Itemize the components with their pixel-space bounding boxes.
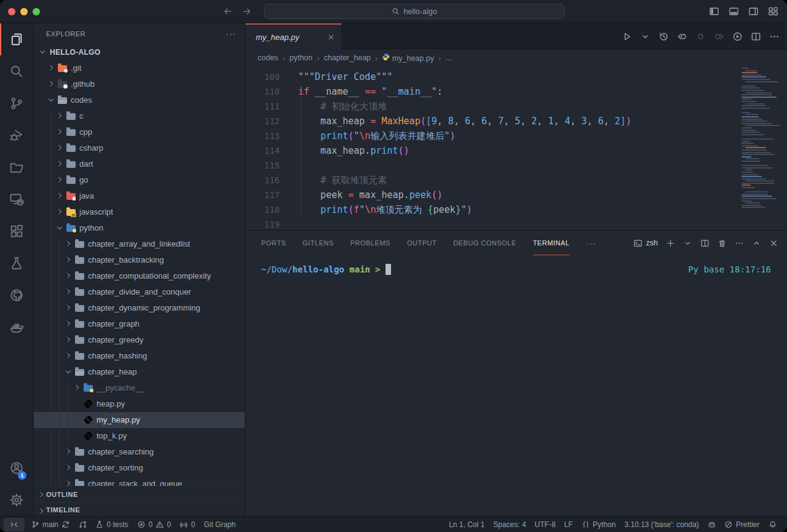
activity-item-search[interactable] xyxy=(0,55,33,87)
tree-item-.github[interactable]: .github xyxy=(34,76,245,92)
more-actions-icon[interactable] xyxy=(769,31,780,42)
activity-item-explorer[interactable] xyxy=(0,23,33,55)
panel-tab-terminal[interactable]: TERMINAL xyxy=(533,231,570,255)
chevron-right-icon[interactable] xyxy=(63,287,73,297)
terminal-more-actions-icon[interactable] xyxy=(735,239,744,248)
tree-root-hello-algo[interactable]: HELLO-ALGO xyxy=(34,44,245,60)
code-line-110[interactable]: 110if __name__ == "__main__": xyxy=(245,84,787,99)
chevron-right-icon[interactable] xyxy=(72,383,82,393)
run-python-file-icon[interactable] xyxy=(622,31,632,42)
statusbar-item-python-interpreter[interactable]: 3.10.13 ('base': conda) xyxy=(620,518,703,531)
code-line-115[interactable]: 115 xyxy=(245,158,787,173)
timeline-section[interactable]: TIMELINE xyxy=(34,502,245,516)
chevron-right-icon[interactable] xyxy=(55,127,65,137)
kill-terminal-icon[interactable] xyxy=(718,239,727,248)
tree-item-python[interactable]: python xyxy=(34,220,245,236)
panel-tabs-more[interactable]: ··· xyxy=(586,239,596,248)
chevron-right-icon[interactable] xyxy=(46,63,56,73)
statusbar-item-git-graph-branch[interactable] xyxy=(74,518,92,531)
run-interactive-icon[interactable] xyxy=(732,31,743,42)
statusbar-item-encoding[interactable]: UTF-8 xyxy=(531,518,560,531)
chevron-right-icon[interactable] xyxy=(63,271,73,281)
forward-arrow-icon[interactable] xyxy=(242,6,252,17)
chevron-right-icon[interactable] xyxy=(63,319,73,329)
tree-item-chapter_heap[interactable]: chapter_heap xyxy=(34,364,245,380)
breadcrumb-item[interactable]: codes xyxy=(258,54,278,62)
breadcrumb-item[interactable]: my_heap.py xyxy=(382,53,434,63)
panel-tab-output[interactable]: OUTPUT xyxy=(407,231,437,255)
toggle-secondary-sidebar-icon[interactable] xyxy=(748,6,759,17)
panel-tab-ports[interactable]: PORTS xyxy=(261,231,286,255)
code-line-116[interactable]: 116 # 获取堆顶元素 xyxy=(245,173,787,188)
open-changes-back-icon[interactable] xyxy=(677,31,687,42)
panel-tab-debug-console[interactable]: DEBUG CONSOLE xyxy=(453,231,516,255)
statusbar-item-git-graph[interactable]: Git Graph xyxy=(199,518,240,531)
code-line-119[interactable]: 119 xyxy=(245,217,787,230)
tree-item-chapter_hashing[interactable]: chapter_hashing xyxy=(34,348,245,364)
activity-item-remote-explorer[interactable] xyxy=(0,183,33,215)
panel-tab-gitlens[interactable]: GITLENS xyxy=(303,231,334,255)
tree-item-dart[interactable]: dart xyxy=(34,156,245,172)
statusbar-item-indentation[interactable]: Spaces: 4 xyxy=(489,518,530,531)
back-arrow-icon[interactable] xyxy=(223,6,233,17)
statusbar-item-git-branch[interactable]: main xyxy=(27,518,74,531)
tree-item-csharp[interactable]: csharp xyxy=(34,140,245,156)
close-panel-icon[interactable] xyxy=(769,239,778,248)
timeline-history-icon[interactable] xyxy=(658,31,669,42)
tree-item-__pycache__[interactable]: __pycache__ xyxy=(34,380,245,396)
launch-profile-icon[interactable] xyxy=(683,239,692,248)
chevron-right-icon[interactable] xyxy=(63,255,73,265)
split-terminal-icon[interactable] xyxy=(700,239,710,248)
tree-item-chapter_sorting[interactable]: chapter_sorting xyxy=(34,460,245,476)
activity-item-file-explorer-extension[interactable] xyxy=(0,151,33,183)
chevron-right-icon[interactable] xyxy=(55,175,65,185)
tree-item-c[interactable]: c xyxy=(34,108,245,124)
tree-item-.git[interactable]: .git xyxy=(34,60,245,76)
minimize-window-button[interactable] xyxy=(20,8,28,15)
chevron-right-icon[interactable] xyxy=(63,351,73,361)
breadcrumb-item[interactable]: python xyxy=(290,54,313,62)
chevron-down-icon[interactable] xyxy=(38,47,47,57)
close-tab-icon[interactable] xyxy=(327,33,335,41)
code-line-117[interactable]: 117 peek = max_heap.peek() xyxy=(245,188,787,202)
chevron-right-icon[interactable] xyxy=(55,111,65,121)
activity-item-run-and-debug[interactable] xyxy=(0,119,33,151)
chevron-right-icon[interactable] xyxy=(55,191,65,201)
statusbar-item-eol[interactable]: LF xyxy=(560,518,577,531)
tree-item-chapter_backtracking[interactable]: chapter_backtracking xyxy=(34,252,245,268)
code-line-111[interactable]: 111 # 初始化大顶堆 xyxy=(245,99,787,114)
tree-item-javascript[interactable]: javascript xyxy=(34,204,245,220)
terminal[interactable]: ~/Dow/hello-algo main>Py base 18:17:16 xyxy=(245,255,787,516)
command-center-search[interactable]: hello-algo xyxy=(264,4,564,19)
run-dropdown-icon[interactable] xyxy=(640,31,651,42)
activity-item-extensions[interactable] xyxy=(0,215,33,247)
code-line-109[interactable]: 109"""Driver Code""" xyxy=(245,69,787,84)
statusbar-item-ports[interactable]: 0 xyxy=(175,518,199,531)
tree-item-chapter_graph[interactable]: chapter_graph xyxy=(34,316,245,332)
chevron-right-icon[interactable] xyxy=(63,463,73,473)
activity-item-accounts[interactable]: 1 xyxy=(0,452,33,484)
outline-section[interactable]: OUTLINE xyxy=(34,486,245,502)
chevron-right-icon[interactable] xyxy=(63,239,73,249)
code-line-113[interactable]: 113 print("\n输入列表并建堆后") xyxy=(245,129,787,143)
tree-item-chapter_array_and_linkedlist[interactable]: chapter_array_and_linkedlist xyxy=(34,236,245,252)
code-line-118[interactable]: 118 print(f"\n堆顶元素为 {peek}") xyxy=(245,202,787,217)
explorer-more-actions[interactable]: ··· xyxy=(226,29,236,39)
tree-item-chapter_dynamic_programming[interactable]: chapter_dynamic_programming xyxy=(34,300,245,316)
tree-item-heap.py[interactable]: heap.py xyxy=(34,396,245,412)
minimap[interactable] xyxy=(742,68,782,214)
chevron-right-icon[interactable] xyxy=(63,303,73,313)
chevron-down-icon[interactable] xyxy=(46,95,56,105)
activity-item-testing[interactable] xyxy=(0,247,33,279)
chevron-right-icon[interactable] xyxy=(55,159,65,169)
chevron-right-icon[interactable] xyxy=(55,207,65,217)
statusbar-item-copilot[interactable] xyxy=(703,518,721,531)
panel-tab-problems[interactable]: PROBLEMS xyxy=(350,231,390,255)
zoom-window-button[interactable] xyxy=(33,8,40,15)
split-editor-icon[interactable] xyxy=(751,31,761,42)
statusbar-item-prettier[interactable]: Prettier xyxy=(720,518,764,531)
new-terminal-icon[interactable] xyxy=(666,239,675,248)
tree-item-chapter_searching[interactable]: chapter_searching xyxy=(34,444,245,460)
toggle-panel-icon[interactable] xyxy=(729,6,739,17)
code-line-112[interactable]: 112 max_heap = MaxHeap([9, 8, 6, 6, 7, 5… xyxy=(245,114,787,129)
